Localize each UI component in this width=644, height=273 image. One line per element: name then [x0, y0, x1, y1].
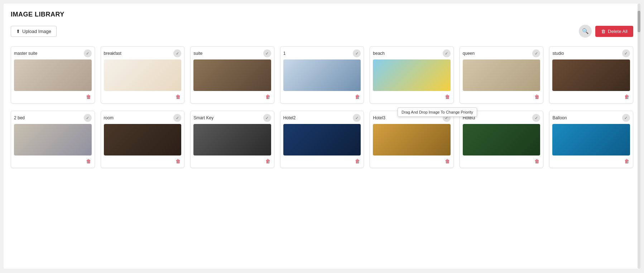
card-label-beach: beach: [373, 51, 385, 56]
card-footer-balloon: 🗑: [552, 158, 630, 165]
delete-card-hotel3b[interactable]: 🗑: [534, 158, 540, 165]
image-card-breakfast: breakfast ✓ 🗑: [101, 46, 185, 104]
scrollbar-thumb[interactable]: [638, 11, 640, 32]
image-card-beach: beach ✓ 🗑: [370, 46, 454, 104]
trash-icon: 🗑: [601, 29, 606, 34]
card-label-balloon: Balloon: [552, 115, 567, 120]
search-icon: 🔍: [582, 28, 589, 34]
drag-drop-tooltip: Drag And Drop Image To Change Priority: [398, 107, 477, 117]
card-check-breakfast[interactable]: ✓: [173, 49, 181, 57]
card-header-hotel2: Hotel2 ✓: [283, 114, 361, 122]
card-footer-master-suite: 🗑: [14, 93, 92, 100]
card-label-smart-key: Smart Key: [193, 115, 213, 120]
card-header-1: 1 ✓: [283, 49, 361, 57]
image-card-2-bed: 2 bed ✓ 🗑: [11, 111, 95, 168]
card-image-1: [283, 59, 361, 91]
card-label-master-suite: master suite: [14, 51, 37, 56]
image-card-room: room ✓ 🗑: [101, 111, 185, 168]
upload-image-button[interactable]: ⬆ Upload Image: [11, 26, 57, 37]
images-grid-row1: master suite ✓ 🗑 breakfast ✓ 🗑 suite ✓ 🗑…: [11, 46, 633, 104]
image-card-balloon: Balloon ✓ 🗑: [549, 111, 633, 168]
card-label-suite: suite: [193, 51, 202, 56]
card-header-master-suite: master suite ✓: [14, 49, 92, 57]
toolbar: ⬆ Upload Image 🔍 🗑 Delete All: [11, 25, 633, 38]
card-check-master-suite[interactable]: ✓: [84, 49, 92, 57]
card-label-breakfast: breakfast: [104, 51, 121, 56]
card-header-room: room ✓: [104, 114, 182, 122]
card-footer-hotel2: 🗑: [283, 158, 361, 165]
card-label-studio: studio: [552, 51, 564, 56]
card-image-studio: [552, 59, 630, 91]
delete-card-smart-key[interactable]: 🗑: [265, 158, 271, 165]
card-check-balloon[interactable]: ✓: [622, 114, 630, 122]
page-title: IMAGE LIBRARY: [11, 11, 633, 18]
delete-card-studio[interactable]: 🗑: [624, 93, 630, 100]
card-check-hotel2[interactable]: ✓: [353, 114, 361, 122]
card-header-balloon: Balloon ✓: [552, 114, 630, 122]
card-footer-queen: 🗑: [463, 93, 540, 100]
image-card-suite: suite ✓ 🗑: [190, 46, 274, 104]
delete-card-hotel3a[interactable]: 🗑: [444, 158, 451, 165]
card-header-smart-key: Smart Key ✓: [193, 114, 271, 122]
card-image-2-bed: [14, 124, 92, 155]
card-footer-room: 🗑: [104, 158, 182, 165]
image-card-1: 1 ✓ 🗑: [280, 46, 364, 104]
card-footer-hotel3b: 🗑: [463, 158, 540, 165]
card-check-suite[interactable]: ✓: [263, 49, 271, 57]
card-check-smart-key[interactable]: ✓: [263, 114, 271, 122]
card-header-2-bed: 2 bed ✓: [14, 114, 92, 122]
main-container: IMAGE LIBRARY ⬆ Upload Image 🔍 🗑 Delete …: [4, 4, 640, 269]
delete-card-suite[interactable]: 🗑: [265, 93, 271, 100]
card-label-hotel3a: Hotel3: [373, 115, 385, 120]
delete-card-master-suite[interactable]: 🗑: [85, 93, 92, 100]
delete-card-balloon[interactable]: 🗑: [624, 158, 630, 165]
delete-card-2-bed[interactable]: 🗑: [85, 158, 92, 165]
card-image-breakfast: [104, 59, 182, 91]
card-label-1: 1: [283, 51, 286, 56]
delete-all-button[interactable]: 🗑 Delete All: [595, 26, 633, 37]
card-footer-breakfast: 🗑: [104, 93, 182, 100]
card-check-1[interactable]: ✓: [353, 49, 361, 57]
card-footer-beach: 🗑: [373, 93, 451, 100]
card-check-queen[interactable]: ✓: [532, 49, 540, 57]
delete-card-room[interactable]: 🗑: [175, 158, 181, 165]
delete-card-beach[interactable]: 🗑: [444, 93, 451, 100]
card-footer-1: 🗑: [283, 93, 361, 100]
delete-card-queen[interactable]: 🗑: [534, 93, 540, 100]
card-label-queen: queen: [463, 51, 475, 56]
card-check-room[interactable]: ✓: [173, 114, 181, 122]
image-card-smart-key: Smart Key ✓ 🗑: [190, 111, 274, 168]
image-card-hotel3a: Hotel3 ✓ 🗑: [370, 111, 454, 168]
search-button[interactable]: 🔍: [579, 25, 592, 38]
card-image-suite: [193, 59, 271, 91]
delete-card-1[interactable]: 🗑: [354, 93, 361, 100]
card-label-hotel2: Hotel2: [283, 115, 296, 120]
card-footer-studio: 🗑: [552, 93, 630, 100]
card-label-room: room: [104, 115, 114, 120]
image-card-queen: queen ✓ 🗑: [460, 46, 544, 104]
card-check-beach[interactable]: ✓: [443, 49, 451, 57]
card-image-room: [104, 124, 182, 155]
delete-all-label: Delete All: [608, 29, 628, 34]
image-card-hotel2: Hotel2 ✓ 🗑: [280, 111, 364, 168]
card-header-queen: queen ✓: [463, 49, 540, 57]
card-check-hotel3b[interactable]: ✓: [532, 114, 540, 122]
image-card-studio: studio ✓ 🗑: [549, 46, 633, 104]
card-header-beach: beach ✓: [373, 49, 451, 57]
card-image-queen: [463, 59, 540, 91]
scrollbar[interactable]: [638, 4, 640, 269]
toolbar-right: 🔍 🗑 Delete All: [579, 25, 633, 38]
image-card-master-suite: master suite ✓ 🗑: [11, 46, 95, 104]
card-image-master-suite: [14, 59, 92, 91]
delete-card-breakfast[interactable]: 🗑: [175, 93, 181, 100]
card-check-2-bed[interactable]: ✓: [84, 114, 92, 122]
card-footer-smart-key: 🗑: [193, 158, 271, 165]
card-image-balloon: [552, 124, 630, 155]
image-card-hotel3b: Hotel3 ✓ 🗑: [460, 111, 544, 168]
card-image-smart-key: [193, 124, 271, 155]
delete-card-hotel2[interactable]: 🗑: [354, 158, 361, 165]
card-footer-hotel3a: 🗑: [373, 158, 451, 165]
card-footer-2-bed: 🗑: [14, 158, 92, 165]
card-check-studio[interactable]: ✓: [622, 49, 630, 57]
upload-label: Upload Image: [22, 29, 51, 34]
